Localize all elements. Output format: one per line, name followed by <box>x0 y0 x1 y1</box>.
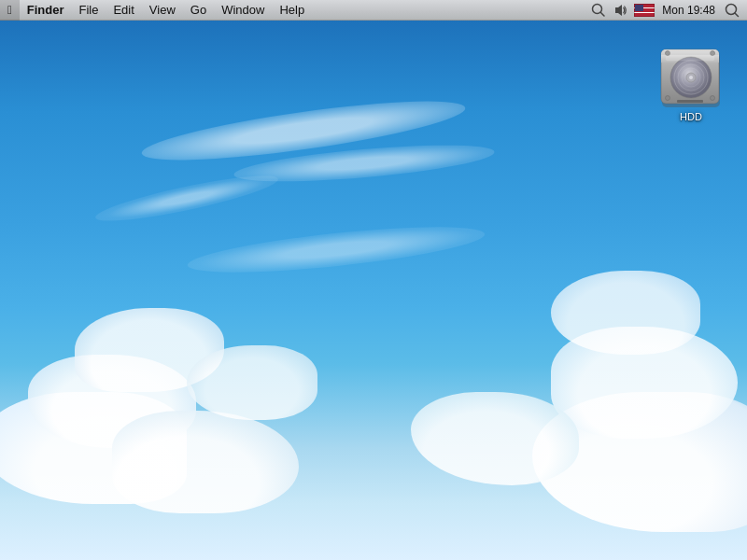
menubar-right: Mon 19:48 <box>589 1 747 20</box>
cloud-bottom-right <box>411 392 579 485</box>
cloud-bottom-right <box>551 271 700 355</box>
spotlight-icon[interactable] <box>589 1 608 20</box>
menubar:  Finder File Edit View Go Window Help <box>0 0 747 21</box>
app-name-menu[interactable]: Finder <box>20 0 72 21</box>
cloud-bottom-left <box>187 345 317 420</box>
svg-point-20 <box>711 96 715 101</box>
svg-point-16 <box>689 76 693 79</box>
menubar-clock[interactable]: Mon 19:48 <box>658 4 719 17</box>
svg-point-19 <box>666 96 670 101</box>
menubar-left:  Finder File Edit View Go Window Help <box>0 0 589 21</box>
language-flag[interactable] <box>634 4 655 17</box>
go-menu[interactable]: Go <box>183 0 214 21</box>
file-menu[interactable]: File <box>71 0 106 21</box>
svg-marker-2 <box>615 5 622 16</box>
apple-menu[interactable]:  <box>0 0 20 21</box>
hdd-graphic <box>658 36 724 109</box>
desktop:  Finder File Edit View Go Window Help <box>0 0 747 560</box>
svg-line-4 <box>735 13 739 17</box>
cloud-wispy <box>186 217 486 281</box>
view-menu[interactable]: View <box>142 0 183 21</box>
svg-line-1 <box>601 12 605 16</box>
window-menu[interactable]: Window <box>214 0 272 21</box>
menubar-search-icon[interactable] <box>723 1 741 20</box>
help-menu[interactable]: Help <box>272 0 312 21</box>
hdd-icon[interactable]: HDD <box>654 33 728 126</box>
cloud-bottom-left <box>112 411 299 513</box>
hdd-label: HDD <box>680 111 702 122</box>
svg-rect-17 <box>666 51 714 61</box>
svg-rect-18 <box>677 100 703 103</box>
edit-menu[interactable]: Edit <box>106 0 141 21</box>
cloud-wispy <box>93 167 281 229</box>
volume-icon[interactable] <box>612 1 630 20</box>
